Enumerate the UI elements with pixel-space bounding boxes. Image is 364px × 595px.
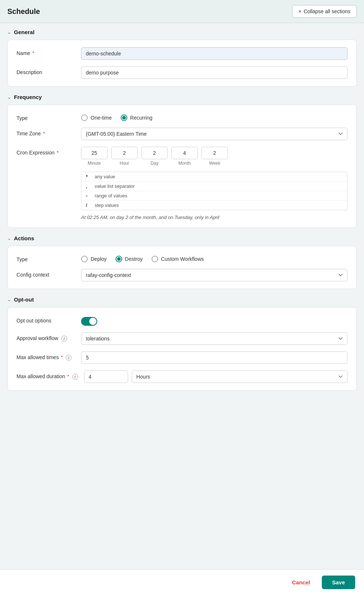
frequency-section-header[interactable]: ⌄ Frequency [7,94,357,100]
frequency-type-row: Type One-time Recurring [17,112,347,121]
description-control [81,66,347,79]
general-section-header[interactable]: ⌄ General [7,29,357,35]
radio-destroy-circle [116,256,122,262]
actions-section-header[interactable]: ⌄ Actions [7,235,357,241]
approval-workflow-select[interactable]: tolerations [81,332,347,345]
config-context-control: rafay-config-context [81,269,347,281]
frequency-chevron-icon: ⌄ [7,95,11,100]
cron-month-field: Month [171,147,198,166]
page-title: Schedule [7,7,40,16]
actions-section-title: Actions [14,235,34,241]
name-row: Name * [17,47,347,60]
config-context-label: Config context [17,269,75,278]
description-input[interactable] [81,66,347,79]
legend-row-slash: / step values [81,201,347,210]
cron-day-label: Day [150,161,158,166]
max-duration-label: Max allowed duration * i [17,370,78,380]
page-header: Schedule × Collapse all sections [0,0,364,23]
frequency-type-control: One-time Recurring [81,112,347,121]
cron-week-label: Week [209,161,220,166]
name-input[interactable] [81,47,347,60]
radio-destroy-label: Destroy [125,256,143,262]
radio-recurring-label: Recurring [130,115,153,121]
cron-week-input[interactable] [201,147,228,159]
timezone-row: Time Zone * (GMT-05:00) Eastern Time [17,128,347,140]
actions-type-label: Type [17,253,75,262]
frequency-section-title: Frequency [14,94,42,100]
max-times-info-icon[interactable]: i [66,355,72,361]
opt-out-chevron-icon: ⌄ [7,297,11,302]
cron-month-input[interactable] [171,147,198,159]
max-duration-unit-select[interactable]: HoursMinutesDays [132,370,347,383]
cron-inputs: Minute Hour Day Month [81,147,347,166]
approval-workflow-control: tolerations [81,332,347,345]
actions-chevron-icon: ⌄ [7,236,11,241]
cron-legend: * any value , value list separator - ran… [81,172,347,210]
radio-one-time[interactable]: One-time [81,114,112,121]
main-content: ⌄ General Name * Description [0,23,364,569]
cron-hour-field: Hour [111,147,138,166]
max-times-input[interactable] [81,351,347,364]
radio-custom-workflows[interactable]: Custom Workflows [152,256,204,262]
cron-week-field: Week [201,147,228,166]
opt-out-section: ⌄ Opt-out Opt out options Approval workf… [7,296,357,391]
radio-deploy-circle [81,256,88,262]
cron-month-label: Month [178,161,190,166]
radio-destroy[interactable]: Destroy [116,256,143,262]
radio-recurring-circle [121,114,127,121]
max-duration-control: HoursMinutesDays [84,370,347,383]
cancel-button[interactable]: Cancel [286,576,316,588]
opt-out-toggle-control [81,315,347,326]
name-label: Name * [17,47,75,56]
cron-description: At 02:25 AM, on day 2 of the month, and … [81,215,347,220]
general-chevron-icon: ⌄ [7,30,11,35]
actions-type-row: Type Deploy Destroy Custom Workflows [17,253,347,262]
cron-minute-input[interactable] [81,147,108,159]
frequency-section: ⌄ Frequency Type One-time Recurring [7,94,357,228]
timezone-select[interactable]: (GMT-05:00) Eastern Time [81,128,347,140]
frequency-section-body: Type One-time Recurring Time Zone * [7,105,357,228]
timezone-label: Time Zone * [17,128,75,136]
radio-recurring[interactable]: Recurring [121,114,153,121]
cron-minute-field: Minute [81,147,108,166]
radio-one-time-label: One-time [91,115,112,121]
radio-deploy[interactable]: Deploy [81,256,107,262]
cron-label: Cron Expression * [17,147,75,156]
description-label: Description [17,66,75,75]
collapse-all-label: Collapse all sections [303,8,350,14]
radio-custom-circle [152,256,158,262]
actions-section-body: Type Deploy Destroy Custom Workflows [7,246,357,289]
timezone-control: (GMT-05:00) Eastern Time [81,128,347,140]
radio-deploy-label: Deploy [91,256,107,262]
footer-bar: Cancel Save [0,569,364,595]
max-duration-info-icon[interactable]: i [72,374,78,380]
description-row: Description [17,66,347,79]
approval-info-icon[interactable]: i [61,336,67,342]
opt-out-section-header[interactable]: ⌄ Opt-out [7,296,357,303]
opt-out-toggle[interactable] [81,317,97,326]
frequency-type-label: Type [17,112,75,121]
general-section-body: Name * Description [7,40,357,87]
cron-row: Cron Expression * Minute Hour [17,147,347,220]
approval-workflow-label: Approval workflow i [17,332,75,342]
max-duration-input[interactable] [84,370,128,383]
collapse-all-button[interactable]: × Collapse all sections [292,5,357,18]
cron-hour-label: Hour [120,161,129,166]
config-context-row: Config context rafay-config-context [17,269,347,281]
opt-out-section-title: Opt-out [14,296,34,303]
config-context-select[interactable]: rafay-config-context [81,269,347,281]
max-times-row: Max allowed times * i [17,351,347,364]
cron-day-field: Day [141,147,168,166]
save-button[interactable]: Save [322,576,355,589]
cron-day-input[interactable] [141,147,168,159]
approval-workflow-row: Approval workflow i tolerations [17,332,347,345]
legend-row-dash: - range of values [81,191,347,201]
opt-out-options-label: Opt out options [17,315,75,324]
max-times-label: Max allowed times * i [17,351,75,361]
cron-hour-input[interactable] [111,147,138,159]
max-times-control [81,351,347,364]
radio-one-time-circle [81,114,88,121]
opt-out-section-body: Opt out options Approval workflow i tole… [7,307,357,391]
actions-type-control: Deploy Destroy Custom Workflows [81,253,347,262]
cron-minute-label: Minute [88,161,101,166]
